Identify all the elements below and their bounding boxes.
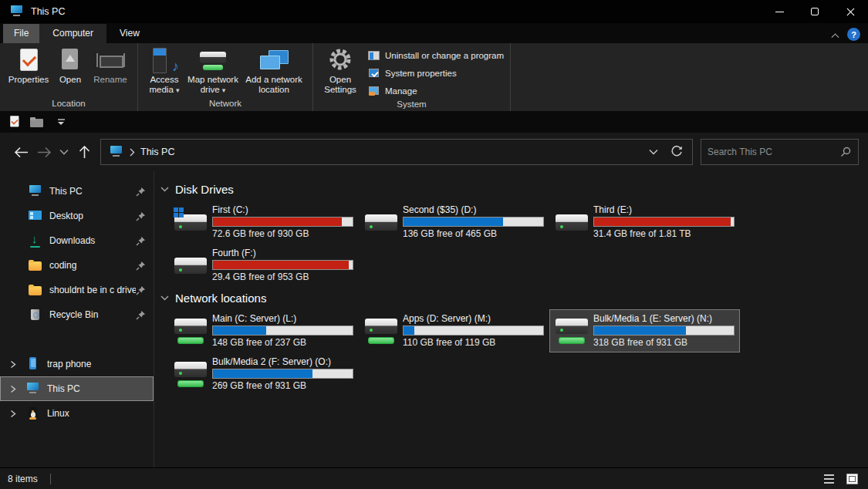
map-network-drive-button[interactable]: Map network drive ▾: [186, 47, 240, 96]
network-drive-icon: [174, 359, 208, 389]
drive-name: Fourth (F:): [212, 248, 353, 259]
pin-icon[interactable]: [136, 211, 146, 221]
tab-view[interactable]: View: [106, 24, 153, 43]
close-icon: [846, 7, 856, 17]
expand-chevron-icon[interactable]: [9, 385, 17, 393]
settings-gear-icon: [327, 47, 353, 73]
music-note-icon: ♪: [172, 59, 179, 73]
drive-free-space: 31.4 GB free of 1.81 TB: [593, 228, 735, 240]
expand-chevron-icon[interactable]: [9, 410, 17, 418]
open-button[interactable]: Open: [52, 47, 88, 85]
ribbon-group-system: Open Settings Uninstall or change a prog…: [313, 43, 511, 111]
drive-name: Main (C: Server) (L:): [212, 313, 353, 325]
pin-icon[interactable]: [136, 236, 146, 246]
expand-chevron-icon[interactable]: [9, 360, 17, 369]
sidebar-pinned-item[interactable]: coding: [0, 253, 154, 278]
collapse-ribbon-button[interactable]: [833, 29, 838, 40]
drive-free-space: 29.4 GB free of 953 GB: [212, 271, 353, 283]
large-icons-view-button[interactable]: [843, 471, 860, 487]
drive-name: Apps (D: Server) (M:): [403, 313, 544, 325]
maximize-button[interactable]: [797, 0, 833, 23]
forward-arrow-icon: [37, 147, 52, 158]
refresh-button[interactable]: [670, 145, 683, 160]
drive-name: Third (E:): [593, 204, 735, 216]
disk-drives-grid: First (C:) 72.6 GB free of 930 GB Second…: [168, 201, 868, 287]
back-button[interactable]: [9, 140, 32, 164]
ribbon-group-location: Properties Open Rename Location: [0, 43, 138, 111]
drive-name: First (C:): [212, 204, 353, 216]
drive-tile[interactable]: Third (E:) 31.4 GB free of 1.81 TB: [549, 201, 740, 244]
add-network-location-button[interactable]: Add a network location: [241, 47, 306, 95]
ribbon: Properties Open Rename Location ♪ Access…: [0, 43, 868, 111]
uninstall-program-icon: [367, 50, 380, 62]
sidebar-pinned-item[interactable]: Downloads: [0, 228, 154, 253]
tab-computer[interactable]: Computer: [39, 24, 106, 43]
dropdown-icon: ▾: [176, 86, 180, 94]
search-input[interactable]: [708, 147, 840, 157]
properties-button[interactable]: Properties: [6, 47, 51, 85]
open-settings-button[interactable]: Open Settings: [319, 47, 361, 95]
details-view-button[interactable]: [820, 471, 837, 487]
sidebar-pinned-item[interactable]: shouldnt be in c drive: [0, 278, 154, 302]
drive-tile[interactable]: First (C:) 72.6 GB free of 930 GB: [168, 201, 359, 244]
capacity-bar: [593, 325, 735, 336]
pin-icon[interactable]: [136, 187, 146, 197]
sidebar-pinned-item[interactable]: This PC: [0, 179, 154, 204]
open-icon: [57, 47, 83, 73]
sidebar-pinned-item[interactable]: Recycle Bin: [0, 302, 154, 327]
refresh-icon: [670, 145, 683, 157]
forward-button[interactable]: [32, 140, 56, 164]
ribbon-group-label: Network: [138, 98, 312, 111]
section-header-network-locations[interactable]: Network locations: [160, 291, 868, 305]
search-icon: [840, 147, 852, 158]
close-button[interactable]: [833, 0, 868, 23]
sidebar-tree-item[interactable]: This PC: [0, 376, 154, 401]
quick-access-toolbar: [0, 111, 868, 133]
uninstall-program-button[interactable]: Uninstall or change a program: [367, 48, 504, 63]
properties-icon: [8, 115, 21, 128]
rename-button[interactable]: Rename: [90, 47, 131, 85]
this-pc-icon: [109, 145, 124, 159]
address-bar[interactable]: This PC: [100, 139, 693, 165]
breadcrumb[interactable]: This PC: [140, 147, 174, 157]
up-arrow-icon: [79, 146, 90, 159]
section-header-disk-drives[interactable]: Disk Drives: [160, 182, 868, 196]
status-divider: [50, 474, 51, 484]
network-drive-icon: [174, 316, 208, 346]
drive-free-space: 72.6 GB free of 930 GB: [212, 228, 353, 240]
drive-tile[interactable]: Bulk/Media 1 (E: Server) (N:) 318 GB fre…: [549, 309, 740, 352]
ribbon-group-network: ♪ Access media ▾ Map network drive ▾ Add…: [138, 43, 313, 111]
pin-icon[interactable]: [136, 310, 146, 320]
help-button[interactable]: ?: [847, 28, 860, 41]
capacity-bar: [403, 325, 544, 336]
folder-quick-button[interactable]: [30, 116, 44, 127]
manage-button[interactable]: Manage: [367, 83, 504, 99]
section-chevron-icon: [160, 295, 169, 301]
recent-locations-button[interactable]: [56, 140, 73, 164]
pin-icon[interactable]: [136, 261, 146, 271]
system-properties-icon: [367, 68, 380, 79]
sidebar-tree-item[interactable]: Linux: [0, 401, 154, 426]
minimize-button[interactable]: [762, 0, 797, 23]
access-media-button[interactable]: ♪ Access media ▾: [144, 47, 184, 96]
sidebar-pinned-item[interactable]: Desktop: [0, 204, 154, 228]
pin-icon[interactable]: [136, 285, 146, 295]
properties-quick-button[interactable]: [8, 115, 21, 129]
drive-tile[interactable]: Second ($35) (D:) 136 GB free of 465 GB: [359, 201, 549, 244]
address-dropdown-button[interactable]: [649, 147, 658, 157]
manage-icon: [367, 86, 380, 97]
drive-name: Bulk/Media 2 (F: Server) (O:): [212, 356, 353, 368]
sidebar-tree-item[interactable]: trap phone: [0, 352, 154, 376]
drive-tile[interactable]: Fourth (F:) 29.4 GB free of 953 GB: [168, 244, 359, 287]
capacity-bar: [212, 217, 353, 227]
properties-icon: [15, 47, 42, 73]
drive-tile[interactable]: Apps (D: Server) (M:) 110 GB free of 119…: [359, 309, 549, 352]
system-properties-button[interactable]: System properties: [367, 66, 504, 81]
network-locations-grid: Main (C: Server) (L:) 148 GB free of 237…: [168, 309, 868, 396]
drive-free-space: 136 GB free of 465 GB: [403, 228, 544, 240]
tab-file[interactable]: File: [3, 24, 39, 43]
up-button[interactable]: [73, 140, 96, 164]
drive-tile[interactable]: Bulk/Media 2 (F: Server) (O:) 269 GB fre…: [168, 352, 359, 396]
drive-tile[interactable]: Main (C: Server) (L:) 148 GB free of 237…: [168, 309, 359, 352]
customize-toolbar-button[interactable]: [56, 119, 66, 125]
